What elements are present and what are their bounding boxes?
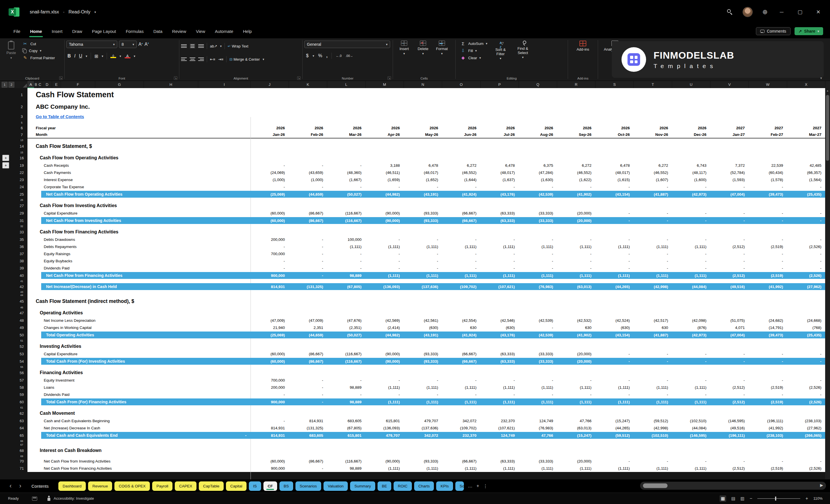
cell[interactable]: (46,511) [365,169,404,176]
decrease-decimal-icon[interactable]: .00→ [346,54,353,58]
cell[interactable]: (44,265) [596,424,634,432]
cell[interactable]: (1,111) [365,272,404,279]
cell[interactable]: (1,622) [557,176,596,183]
cell[interactable]: (76,983) [519,283,557,290]
cell[interactable]: (102,510) [634,432,672,439]
cell[interactable]: - [251,264,289,272]
cell[interactable]: Dec-26 [672,131,710,138]
cell[interactable]: (1,111) [519,398,557,406]
row-number[interactable]: 63 [16,417,28,424]
cell[interactable]: 200,000 [251,236,289,243]
cell[interactable]: (33,333) [519,350,557,357]
column-header-M[interactable]: M [365,81,404,88]
cell[interactable]: (67,805) [327,424,365,432]
cell[interactable]: - [710,377,749,384]
cell[interactable]: (196,111) [710,432,749,439]
cell[interactable]: - [404,377,442,384]
sheet-tab-charts[interactable]: Charts [414,481,434,491]
cell[interactable]: (1,111) [365,243,404,250]
sheet-tab-captable[interactable]: CapTable [199,481,224,491]
tab-overflow-icon[interactable]: … [468,483,473,489]
row-number[interactable]: 55 [16,365,28,369]
cell[interactable]: - [672,391,710,398]
cell[interactable]: (876) [672,324,710,331]
align-top-icon[interactable] [181,44,187,48]
row-label[interactable]: Net (Increase) Decrease In Cash [28,424,251,432]
cell[interactable]: (90,000) [365,458,404,465]
sort-filter-button[interactable]: AZ▽ Sort & Filter▾ [491,41,510,60]
cell[interactable]: (86,667) [289,350,327,357]
cell[interactable]: - [404,183,442,190]
vertical-scrollbar[interactable]: ▲ [825,88,830,479]
row-number[interactable]: 71 [16,465,28,472]
cell[interactable]: - [596,250,634,257]
cell[interactable]: (1,652) [404,176,442,183]
cell[interactable]: - [327,377,365,384]
cell[interactable]: (39,473) [749,331,787,339]
row-label[interactable]: Equity Raisings [28,250,251,257]
cell[interactable]: - [289,264,327,272]
cell[interactable]: (42,546) [480,317,519,324]
cell[interactable]: (60,000) [251,217,289,224]
row-label[interactable]: Operating Activities [28,309,825,317]
cell[interactable]: (42,561) [404,317,442,324]
cell[interactable]: - [365,391,404,398]
cell[interactable]: (90,000) [365,217,404,224]
row-label[interactable] [28,439,251,443]
row-number[interactable]: 68 [16,446,28,454]
row-label[interactable]: Cash and Cash Equivalents Beginning [28,417,251,424]
cell[interactable]: (1,111) [634,384,672,391]
row-label[interactable]: Month [28,131,251,138]
column-header-W[interactable]: W [749,81,787,88]
cell[interactable]: (1,564) [787,176,825,183]
cell[interactable]: - [557,264,596,272]
cell[interactable]: 2,351 [289,324,327,331]
cell[interactable]: (131,325) [289,283,327,290]
tab-formulas[interactable]: Formulas [121,24,149,38]
column-header-U[interactable]: U [672,81,710,88]
cell[interactable]: 700,000 [251,250,289,257]
cell[interactable]: (76,983) [519,424,557,432]
cell[interactable]: (60,434) [749,169,787,176]
cell[interactable]: - [596,391,634,398]
cell[interactable]: (42,554) [442,317,480,324]
cell[interactable]: (49,516) [710,424,749,432]
row-label[interactable] [28,151,251,154]
cell[interactable]: (2,519) [749,398,787,406]
cell[interactable]: - [749,250,787,257]
row-label[interactable]: Cash Flow Statement, $ [28,141,825,151]
cell[interactable]: - [442,183,480,190]
align-middle-icon[interactable] [190,43,195,49]
cell[interactable]: - [251,183,289,190]
cell[interactable]: - [672,217,710,224]
cell[interactable]: 3,188 [365,162,404,169]
cell[interactable]: (63,333) [480,217,519,224]
align-left-icon[interactable] [181,58,187,61]
row-label[interactable] [28,365,251,369]
row-label[interactable]: Cash Payments [28,169,251,176]
row-label[interactable]: Capital Expenditure [28,350,251,357]
row-number[interactable]: 67 [16,443,28,446]
row-number[interactable]: 16 [16,154,28,162]
row-label[interactable]: Debts Drawdowns [28,236,251,243]
cell[interactable]: (1,111) [519,384,557,391]
cell[interactable]: - [634,350,672,357]
cell[interactable]: - [404,257,442,264]
cell[interactable]: (25,069) [251,331,289,339]
cell[interactable]: (2,519) [749,465,787,472]
sheet-tab-cf[interactable]: CF [263,481,277,491]
tab-insert[interactable]: Insert [47,24,67,38]
insert-cells-button[interactable]: ←Insert▾ [395,41,414,56]
cell[interactable]: - [480,264,519,272]
cell[interactable]: - [672,183,710,190]
cell[interactable]: (1,111) [596,384,634,391]
cell[interactable]: - [787,210,825,217]
cell[interactable]: (67,805) [327,283,365,290]
cell[interactable]: 2027 [787,124,825,131]
cell[interactable]: (116,667) [327,458,365,465]
row-label[interactable]: ABC Company Inc. [28,101,825,112]
cell[interactable]: (238,103) [749,432,787,439]
cell[interactable]: - [480,183,519,190]
row-label[interactable]: Cash Flow from Financing Activities [28,228,825,236]
cell[interactable]: - [327,257,365,264]
